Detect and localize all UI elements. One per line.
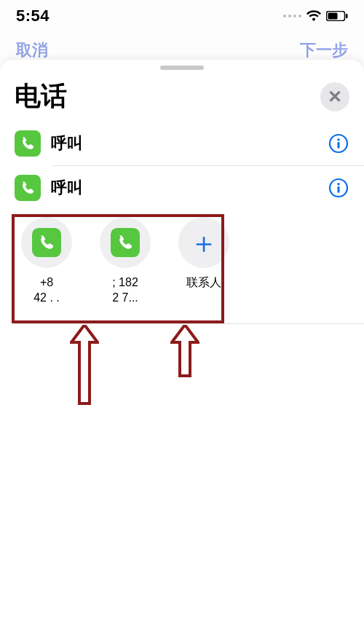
- svg-rect-7: [15, 175, 41, 201]
- wifi-icon: [306, 10, 322, 22]
- next-button[interactable]: 下一步: [300, 39, 348, 61]
- info-icon: [328, 178, 349, 198]
- svg-rect-6: [338, 142, 340, 149]
- list-item[interactable]: 呼叫: [0, 166, 364, 210]
- close-icon: ✕: [328, 88, 342, 106]
- list-item-label: 呼叫: [51, 177, 328, 199]
- action-sheet: 电话 ✕ 呼叫 呼叫: [0, 60, 364, 630]
- signal-dots-icon: [283, 15, 301, 17]
- svg-rect-12: [111, 228, 140, 257]
- svg-point-9: [337, 183, 339, 185]
- recent-contact[interactable]: ; 1822 7...: [98, 217, 153, 306]
- sheet-grabber[interactable]: [160, 66, 204, 70]
- svg-rect-1: [328, 13, 338, 20]
- svg-rect-3: [15, 130, 41, 157]
- recent-contact[interactable]: +842 . .: [19, 217, 74, 306]
- add-contact[interactable]: ＋ 联系人: [176, 217, 232, 306]
- status-bar: 5:54: [0, 0, 364, 32]
- phone-app-icon: [15, 175, 41, 201]
- list-item[interactable]: 呼叫: [0, 122, 364, 165]
- battery-icon: [326, 11, 348, 21]
- close-button[interactable]: ✕: [320, 82, 349, 111]
- phone-app-icon: [111, 228, 140, 257]
- list-item-label: 呼叫: [51, 133, 328, 154]
- status-right: [283, 10, 348, 22]
- status-time: 5:54: [16, 7, 50, 25]
- cancel-button[interactable]: 取消: [16, 39, 48, 61]
- recent-contact-label: ; 1822 7...: [98, 275, 153, 306]
- info-icon: [328, 133, 349, 154]
- svg-rect-2: [346, 14, 348, 18]
- svg-point-5: [337, 138, 339, 141]
- action-list: 呼叫 呼叫: [0, 122, 364, 324]
- suggestion-row: +842 . . ; 1822 7...: [0, 210, 364, 323]
- info-button[interactable]: [328, 133, 349, 154]
- recent-contact-label: +842 . .: [19, 275, 74, 306]
- phone-app-icon: [15, 130, 41, 157]
- add-contact-label: 联系人: [176, 275, 232, 291]
- svg-rect-11: [32, 228, 61, 257]
- info-button[interactable]: [328, 177, 349, 199]
- phone-app-icon: [32, 228, 61, 257]
- svg-rect-10: [338, 186, 340, 193]
- plus-icon: ＋: [189, 228, 218, 257]
- sheet-title: 电话: [15, 79, 67, 114]
